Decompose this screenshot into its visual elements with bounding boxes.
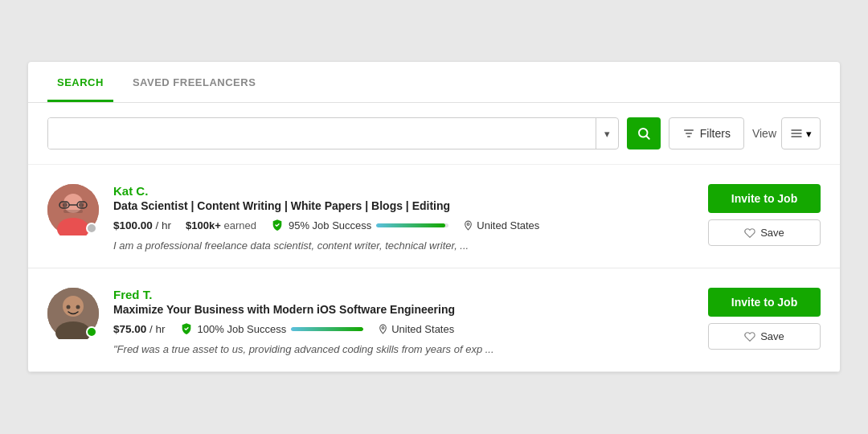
view-chevron-icon	[806, 128, 812, 140]
freelancer-bio-1: I am a professional freelance data scien…	[113, 240, 694, 252]
shield-icon-1	[271, 219, 284, 231]
list-view-icon	[790, 127, 803, 140]
freelancer-job-success-1: 95% Job Success	[271, 219, 448, 231]
search-submit-button[interactable]	[627, 117, 661, 149]
card-actions-2: Invite to Job Save	[708, 288, 821, 350]
freelancer-card-2: Fred T. Maximize Your Business with Mode…	[28, 268, 840, 372]
search-input[interactable]	[48, 118, 596, 149]
avatar-wrap-1	[47, 184, 99, 235]
freelancer-meta-1: $100.00 / hr $100k+ earned 95% Job Succe…	[113, 219, 694, 231]
svg-point-22	[76, 305, 80, 309]
view-label: View	[752, 127, 776, 140]
svg-rect-13	[63, 210, 83, 213]
status-dot-1	[86, 223, 97, 234]
search-bar-area: Filters View	[28, 103, 840, 165]
progress-bar-2	[291, 327, 363, 331]
svg-point-23	[382, 326, 384, 329]
progress-bar-1	[376, 223, 448, 227]
filter-icon	[682, 127, 695, 140]
freelancer-job-success-2: 100% Job Success	[180, 322, 364, 335]
freelancer-card-1: Kat C. Data Scientist | Content Writing …	[28, 165, 840, 268]
svg-line-1	[646, 136, 649, 138]
freelancer-name-1[interactable]: Kat C.	[113, 184, 694, 198]
progress-fill-1	[376, 223, 445, 227]
tabs-bar: SEARCH SAVED FREELANCERS	[28, 62, 840, 103]
progress-fill-2	[291, 327, 363, 331]
card-body-1: Kat C. Data Scientist | Content Writing …	[113, 184, 694, 252]
svg-point-11	[63, 203, 68, 207]
main-container: SEARCH SAVED FREELANCERS Filters Vie	[28, 62, 840, 372]
invite-button-1[interactable]: Invite to Job	[708, 184, 821, 213]
svg-point-12	[79, 203, 84, 207]
card-actions-1: Invite to Job Save	[708, 184, 821, 246]
location-icon-2	[378, 324, 388, 334]
search-input-wrapper	[47, 117, 619, 149]
chevron-down-icon	[604, 128, 610, 140]
tab-search[interactable]: SEARCH	[47, 62, 113, 102]
shield-icon-2	[180, 322, 193, 335]
status-dot-2	[86, 326, 97, 338]
filters-button[interactable]: Filters	[669, 117, 744, 149]
freelancer-bio-2: "Fred was a true asset to us, providing …	[113, 343, 694, 355]
filters-label: Filters	[700, 127, 731, 140]
card-body-2: Fred T. Maximize Your Business with Mode…	[113, 288, 694, 355]
freelancer-earned-1: $100k+ earned	[186, 219, 256, 231]
svg-point-17	[467, 223, 469, 225]
svg-point-21	[67, 305, 71, 309]
freelancer-title-2: Maximize Your Business with Modern iOS S…	[113, 303, 694, 316]
freelancer-rate-2: $75.00 / hr	[113, 323, 166, 335]
save-button-2[interactable]: Save	[708, 323, 821, 350]
freelancer-location-1: United States	[463, 219, 539, 231]
save-button-1[interactable]: Save	[708, 219, 821, 246]
avatar-wrap-2	[47, 288, 99, 339]
search-dropdown-button[interactable]	[596, 118, 618, 149]
tab-saved-freelancers[interactable]: SAVED FREELANCERS	[123, 62, 265, 102]
invite-button-2[interactable]: Invite to Job	[708, 288, 821, 317]
search-icon	[637, 126, 651, 141]
location-icon-1	[463, 220, 473, 231]
freelancer-rate-1: $100.00 / hr	[113, 219, 171, 231]
heart-icon-2	[744, 331, 755, 342]
view-toggle-button[interactable]	[781, 117, 821, 149]
view-controls: View	[752, 117, 821, 149]
freelancer-title-1: Data Scientist | Content Writing | White…	[113, 199, 694, 212]
freelancer-meta-2: $75.00 / hr 100% Job Success	[113, 322, 694, 335]
freelancer-location-2: United States	[378, 323, 454, 335]
freelancer-name-2[interactable]: Fred T.	[113, 288, 694, 301]
heart-icon-1	[744, 227, 755, 239]
